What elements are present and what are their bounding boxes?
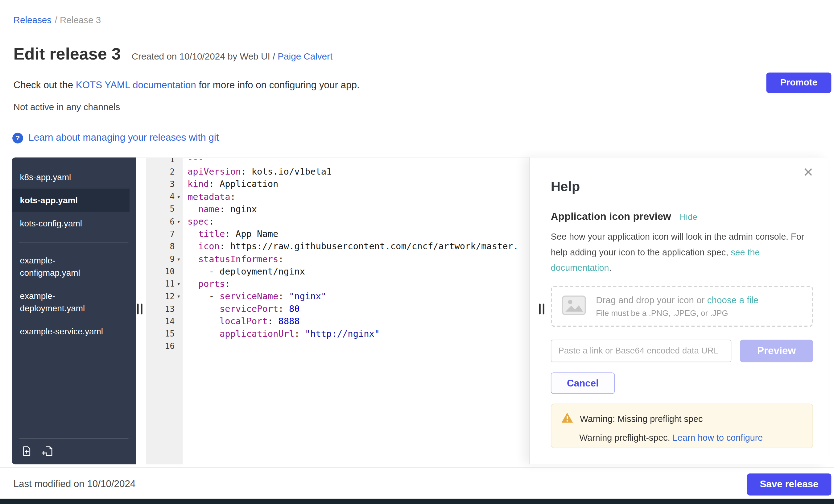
warning-body: Warning preflight-spec. Learn how to con… (579, 433, 803, 443)
sidebar-bottom-toolbar (19, 439, 129, 464)
description-period: . (609, 263, 611, 272)
gutter-line-2: 2 (146, 166, 182, 178)
workspace: k8s-app.yamlkots-app.yamlkots-config.yam… (12, 157, 828, 464)
sidebar-resize-handle[interactable] (137, 304, 144, 314)
doc-row: Check out the KOTS YAML documentation fo… (14, 80, 360, 91)
image-placeholder-icon (562, 294, 586, 318)
gutter-line-4: 4▾ (146, 191, 182, 203)
author-link[interactable]: Paige Calvert (278, 51, 332, 62)
file-list: k8s-app.yamlkots-app.yamlkots-config.yam… (12, 157, 136, 438)
warning-body-text: Warning preflight-spec. (579, 433, 673, 442)
gutter-line-1: 1 (146, 158, 182, 166)
icon-url-row: Preview (551, 339, 813, 362)
gutter-line-8: 8 (146, 240, 182, 253)
gutter-line-5: 5 (146, 203, 182, 215)
help-panel: ✕ Help Application icon preview Hide See… (529, 157, 828, 464)
gutter-line-10: 10 (146, 265, 182, 278)
save-release-button[interactable]: Save release (747, 474, 832, 495)
file-item-k8s-app-yaml[interactable]: k8s-app.yaml (12, 166, 130, 189)
breadcrumb: Releases/ Release 3 (14, 15, 101, 26)
gutter-line-12: 12▾ (146, 290, 182, 303)
footer-divider (0, 467, 834, 467)
close-icon[interactable]: ✕ (803, 166, 814, 179)
gutter-line-13: 13 (146, 303, 182, 315)
gutter-line-7: 7 (146, 228, 182, 240)
bottom-strip (0, 499, 834, 504)
doc-text-suffix: for more info on configuring your app. (196, 80, 360, 90)
help-panel-resize-handle[interactable] (539, 304, 547, 314)
title-row: Edit release 3 Created on 10/10/2024 by … (14, 45, 333, 63)
gutter-line-14: 14 (146, 315, 182, 328)
new-file-icon[interactable] (41, 445, 54, 457)
hide-link[interactable]: Hide (680, 212, 697, 222)
icon-preview-description: See how your application icon will look … (551, 229, 810, 276)
gutter-line-11: 11▾ (146, 278, 182, 290)
created-line: Created on 10/10/2024 by Web UI / Paige … (132, 51, 332, 62)
file-item-example-configmap-yaml[interactable]: example-configmap.yaml (12, 248, 130, 284)
gutter-line-9: 9▾ (146, 253, 182, 265)
icon-preview-title: Application icon preview (551, 211, 671, 222)
preview-button[interactable]: Preview (740, 339, 813, 362)
promote-button[interactable]: Promote (766, 72, 832, 93)
page: Releases/ Release 3 Edit release 3 Creat… (0, 0, 834, 504)
warning-title: Warning: Missing preflight spec (580, 414, 703, 424)
doc-text-prefix: Check out the (14, 80, 76, 90)
upload-file-icon[interactable] (20, 445, 33, 457)
file-item-example-service-yaml[interactable]: example-service.yaml (12, 320, 130, 343)
icon-preview-section-header: Application icon preview Hide (551, 211, 813, 222)
dropzone-text: Drag and drop your icon or choose a file (596, 295, 759, 305)
editor-gutter: 1234▾56▾789▾1011▾12▾13141516 (146, 158, 182, 353)
fold-arrow-icon[interactable]: ▾ (175, 280, 182, 287)
gutter-line-16: 16 (146, 340, 182, 353)
last-modified-text: Last modified on 10/10/2024 (14, 478, 136, 490)
gutter-line-15: 15 (146, 328, 182, 340)
editor-gutter-column: 1234▾56▾789▾1011▾12▾13141516 (146, 158, 182, 464)
page-title: Edit release 3 (14, 45, 121, 63)
choose-file-link[interactable]: choose a file (707, 295, 759, 305)
warning-header: Warning: Missing preflight spec (561, 412, 803, 426)
question-icon: ? (12, 132, 23, 143)
file-sidebar: k8s-app.yamlkots-app.yamlkots-config.yam… (12, 157, 136, 464)
description-text: See how your application icon will look … (551, 232, 804, 257)
fold-arrow-icon[interactable]: ▾ (175, 218, 182, 225)
dropzone-text-prefix: Drag and drop your icon or (596, 295, 707, 305)
file-item-kots-app-yaml[interactable]: kots-app.yaml (12, 189, 130, 212)
preflight-warning-box: Warning: Missing preflight spec Warning … (551, 404, 813, 448)
fold-arrow-icon[interactable]: ▾ (175, 256, 182, 263)
created-text: Created on 10/10/2024 by Web UI / (132, 51, 278, 62)
breadcrumb-releases-link[interactable]: Releases (14, 15, 51, 25)
fold-arrow-icon[interactable]: ▾ (175, 193, 182, 200)
warning-icon (561, 412, 573, 426)
file-item-example-deployment-yaml[interactable]: example-deployment.yaml (12, 284, 130, 320)
help-title: Help (551, 179, 813, 195)
cancel-button[interactable]: Cancel (551, 373, 615, 394)
file-item-kots-config-yaml[interactable]: kots-config.yaml (12, 212, 130, 235)
dropzone-hint: File must be a .PNG, .JPEG, or .JPG (596, 308, 759, 318)
channel-status: Not active in any channels (14, 102, 120, 113)
fold-arrow-icon[interactable]: ▾ (175, 293, 182, 300)
gutter-line-3: 3 (146, 178, 182, 190)
gutter-line-6: 6▾ (146, 216, 182, 228)
icon-dropzone[interactable]: Drag and drop your icon or choose a file… (551, 286, 813, 327)
learn-configure-link[interactable]: Learn how to configure (673, 433, 763, 442)
icon-url-input[interactable] (551, 339, 731, 362)
git-releases-link[interactable]: Learn about managing your releases with … (28, 132, 219, 144)
git-help-row: ? Learn about managing your releases wit… (12, 132, 219, 144)
file-list-divider (19, 242, 129, 242)
breadcrumb-current: / Release 3 (54, 15, 101, 25)
kots-yaml-doc-link[interactable]: KOTS YAML documentation (76, 80, 196, 90)
